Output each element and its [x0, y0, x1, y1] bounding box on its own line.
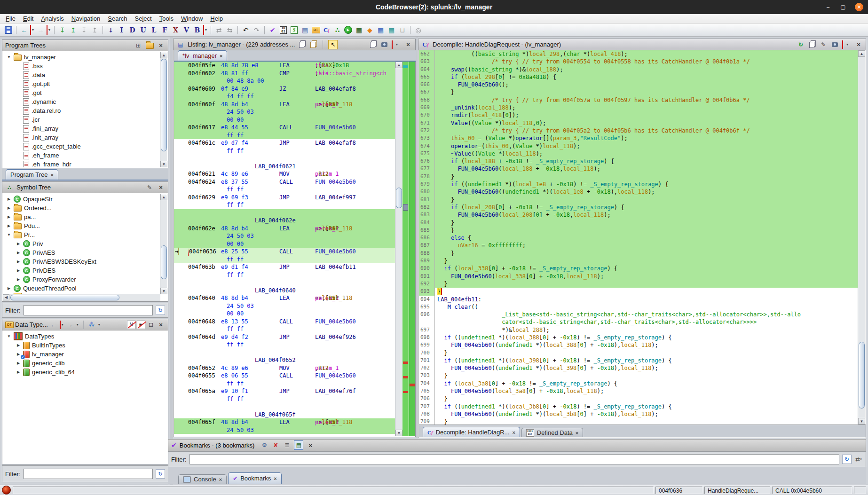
decompiler-line[interactable]: 695 _M_clear(( — [419, 303, 858, 311]
decompiler-line[interactable]: 694LAB_004efb11: — [419, 296, 858, 303]
tab-lv-manager[interactable]: *lv_manager × — [178, 50, 227, 61]
undefine-style-icon[interactable]: U — [138, 25, 148, 35]
decompiler-line[interactable]: 705 FUN_004e5b60(local_3a8[0] + -0x18,lo… — [419, 387, 858, 395]
decompiler-header[interactable]: Cf Decompile: HandleDiagRequest - (lv_ma… — [418, 39, 866, 50]
listing-row[interactable]: 004f060248 81 ffCMPthis,std::basic_strin… — [174, 70, 395, 78]
expand-icon[interactable]: ▶ — [16, 277, 21, 282]
listing-row[interactable]: 004f0648e8 13 55CALLFUN_004e5b60 — [174, 318, 395, 326]
decompiler-line[interactable]: 689 } — [419, 257, 858, 265]
decompiler-line[interactable]: 703 } — [419, 372, 858, 379]
decompiler-line[interactable]: 698 if ((undefined1 *)(local_388[0] + -0… — [419, 334, 858, 341]
listing-row[interactable]: 004f06214c 89 e6MOVparam_1,R12 — [174, 170, 395, 178]
data-type-item-generic_clib[interactable]: ▶generic_clib — [3, 359, 160, 368]
go-out-icon[interactable]: ↥ — [68, 25, 78, 35]
listing-label-row[interactable]: LAB_004f0621 — [174, 163, 395, 171]
listing-continuation-row[interactable]: ff ff — [174, 341, 395, 349]
expand-icon[interactable]: ▶ — [16, 361, 21, 365]
symbol-tree-header[interactable]: ∴ Symbol Tree ✎ × — [2, 182, 168, 193]
decompiler-line[interactable]: 670 rmdir(local_418[0]); — [419, 111, 858, 119]
bookmark-style-icon[interactable]: B — [192, 25, 202, 35]
data-type-item-generic_clib_64[interactable]: ▶generic_clib_64 — [3, 368, 160, 377]
close-icon[interactable]: ✕ — [855, 3, 863, 11]
decompiler-line[interactable]: 664 swap((basic_string *)&local_188); — [419, 66, 858, 73]
decompiler-line[interactable]: 702 FUN_004e5b60((undefined1 *)(local_39… — [419, 364, 858, 372]
listing-row[interactable]: 004f0624e8 37 55CALLFUN_004e5b60 — [174, 178, 395, 186]
decompiler-line[interactable]: 701 if ((undefined1 *)(local_398[0] + -0… — [419, 357, 858, 364]
symbol-tree-item-Ordered[interactable]: ▶Ordered... — [3, 204, 160, 212]
listing-row[interactable]: 004f064048 8d b4LEAparam_1=>local_118,[R… — [174, 294, 395, 302]
menu-file[interactable]: File — [2, 14, 19, 24]
listing-label-row[interactable]: LAB_004f0652 — [174, 356, 395, 364]
filter-options-icon[interactable]: ↻ — [156, 306, 165, 315]
menu-edit[interactable]: Edit — [19, 14, 37, 24]
variable-style-icon[interactable]: V — [181, 25, 191, 35]
maximize-icon[interactable]: ▢ — [840, 4, 846, 10]
listing-row[interactable]: →▏004f0636e8 25 55CALLFUN_004e5b60 — [174, 248, 395, 256]
listing-row[interactable]: 004f065ae9 10 f1JMPLAB_004ef76f — [174, 387, 395, 395]
decompiler-line[interactable]: 707 if ((undefined1 *)(local_3b8[0] + -0… — [419, 403, 858, 410]
expand-icon[interactable]: ▶ — [16, 251, 21, 255]
listing-scrollbar[interactable]: ▲ ▼ — [395, 62, 402, 436]
menu-analysis[interactable]: Analysis — [37, 14, 67, 24]
decompiler-close-icon[interactable]: × — [854, 40, 863, 49]
listing-continuation-row[interactable]: 24 50 03 — [174, 108, 395, 116]
bookmarks-header[interactable]: ✔ Bookmarks - (3 bookmarks) ⚙ ✘ ≣ ▤ × — [168, 439, 866, 451]
clear-icon[interactable]: X — [171, 25, 181, 35]
snapshot-icon[interactable] — [380, 40, 388, 49]
go-in-icon[interactable]: ↧ — [57, 25, 67, 35]
decompiler-line[interactable]: 679 if ((undefined1 *)(local_1e8 + -0x18… — [419, 181, 858, 188]
listing-continuation-row[interactable]: ff ff — [174, 325, 395, 333]
listing-content[interactable]: 004f05fe48 8d 78 e8LEAthis,[RAX + -0x18]… — [174, 62, 395, 436]
header-menu-caret-icon[interactable]: ▾ — [842, 40, 852, 49]
collapse-icon[interactable]: ▼ — [7, 233, 11, 237]
decompiler-line[interactable]: 681 } — [419, 196, 858, 204]
expand-icon[interactable]: ▶ — [16, 268, 21, 273]
diff-view-icon[interactable] — [369, 40, 377, 49]
data-type-manager-icon[interactable]: DT — [311, 25, 321, 35]
decompiler-line[interactable]: 666 FUN_004e5b60(); — [419, 81, 858, 88]
decompiler-line[interactable]: 704 if (local_3a8[0] + -0x18 != _S_empty… — [419, 380, 858, 387]
filter-options-icon[interactable]: ↻ — [156, 469, 165, 479]
tree-item-bss[interactable]: .bss — [3, 62, 160, 71]
tab-console[interactable]: Console × — [178, 474, 227, 484]
edit-pencil-icon[interactable]: ✎ — [145, 183, 154, 192]
expand-icon[interactable]: ▶ — [7, 206, 11, 210]
forward-menu-caret-icon[interactable]: ▾ — [47, 25, 51, 35]
expand-icon[interactable]: ▶ — [16, 352, 21, 356]
listing-continuation-row[interactable]: ff ff — [174, 132, 395, 140]
scroll-up-icon[interactable]: ▲ — [160, 52, 167, 58]
script-manager-icon[interactable]: S — [289, 25, 299, 35]
data-style-icon[interactable]: D — [127, 25, 137, 35]
tree-item-jcr[interactable]: .jcr — [3, 115, 160, 124]
listing-row[interactable]: 004f05fe48 8d 78 e8LEAthis,[RAX + -0x18] — [174, 62, 395, 70]
scroll-left-icon[interactable]: ◀ — [3, 294, 9, 300]
overview-margin[interactable] — [402, 62, 409, 436]
listing-row[interactable]: 004f065f48 8d b4LEAparam_1=>local_118,[R… — [174, 418, 395, 426]
filter-gear-icon[interactable]: ⚙ — [260, 441, 268, 449]
function-style-icon[interactable]: F — [160, 25, 170, 35]
decompiler-line[interactable]: 682 if (local_208[0] + -0x18 != _S_empty… — [419, 204, 858, 211]
decompiler-line[interactable]: 683 FUN_004e5b60(local_208[0] + -0x18,lo… — [419, 211, 858, 219]
symbol-tree-item-OpaqueStr[interactable]: ▶COpaqueStr — [3, 195, 160, 204]
decompiler-line[interactable]: 672 /* try { // try from 004f05a2 to 004… — [419, 127, 858, 134]
symbol-tree-item-Pr[interactable]: ▼Pr... — [3, 230, 160, 239]
header-menu-caret-icon[interactable]: ▾ — [392, 40, 401, 49]
filter-pointers-icon[interactable]: ☛ — [137, 321, 145, 329]
decompiler-line[interactable]: 690 if (local_338[0] + -0x18 != _S_empty… — [419, 265, 858, 272]
collapse-icon[interactable]: ▼ — [7, 334, 11, 338]
undo-icon[interactable]: ↶ — [241, 25, 251, 35]
listing-continuation-row[interactable]: 00 48 8a 00 — [174, 77, 395, 85]
decompiler-line[interactable]: 688 } — [419, 250, 858, 257]
menu-select[interactable]: Select — [131, 14, 156, 24]
style-menu-caret-icon[interactable]: ▾ — [203, 25, 208, 35]
menu-search[interactable]: Search — [104, 14, 131, 24]
equates-table-icon[interactable]: ▦ — [387, 25, 396, 35]
data-type-item-lv_manager[interactable]: ▶✓lv_manager — [3, 350, 160, 359]
tree-item-dynamic[interactable]: .dynamic — [3, 97, 160, 106]
symbol-tree-scrollbar[interactable]: ▲ ▼ — [160, 194, 167, 294]
cursor-highlight-toggle-icon[interactable]: ↖ — [328, 40, 338, 49]
validate-icon[interactable]: ✔ — [268, 25, 277, 35]
forward-icon[interactable]: → — [36, 25, 46, 35]
selection-margin[interactable] — [409, 62, 415, 436]
expand-icon[interactable]: ▶ — [7, 215, 11, 219]
